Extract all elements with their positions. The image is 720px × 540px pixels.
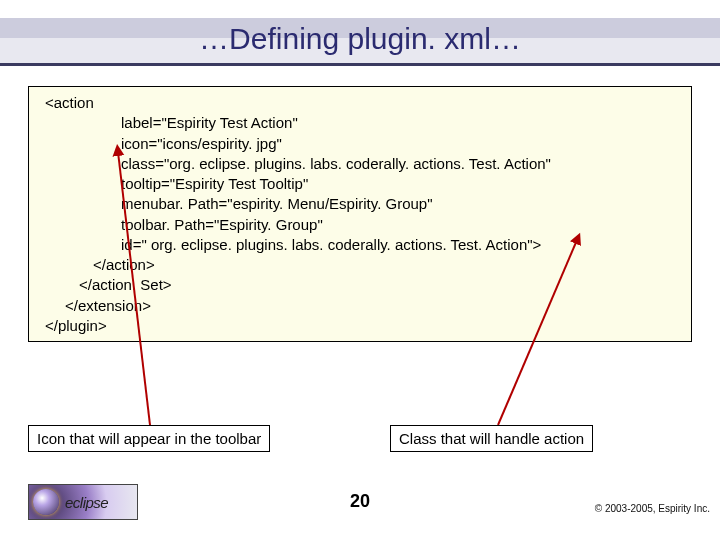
code-line-menubar: menubar. Path="espirity. Menu/Espirity. …	[37, 194, 683, 214]
code-close-actionset: </action. Set>	[37, 275, 683, 295]
code-line-id: id=" org. eclipse. plugins. labs. codera…	[37, 235, 683, 255]
code-line-tooltip: tooltip="Espirity Test Tooltip"	[37, 174, 683, 194]
callout-icon-toolbar: Icon that will appear in the toolbar	[28, 425, 270, 452]
slide-title: …Defining plugin. xml…	[0, 22, 720, 56]
code-line: <action	[37, 93, 683, 113]
callout-class-handler: Class that will handle action	[390, 425, 593, 452]
code-line-icon: icon="icons/espirity. jpg"	[37, 134, 683, 154]
code-line-toolbar: toolbar. Path="Espirity. Group"	[37, 215, 683, 235]
code-close-plugin: </plugin>	[37, 316, 683, 336]
code-line-class: class="org. eclipse. plugins. labs. code…	[37, 154, 683, 174]
copyright-text: © 2003-2005, Espirity Inc.	[595, 503, 710, 514]
code-line-label: label="Espirity Test Action"	[37, 113, 683, 133]
code-close-extension: </extension>	[37, 296, 683, 316]
code-close-action: </action>	[37, 255, 683, 275]
code-snippet-box: <action label="Espirity Test Action" ico…	[28, 86, 692, 342]
